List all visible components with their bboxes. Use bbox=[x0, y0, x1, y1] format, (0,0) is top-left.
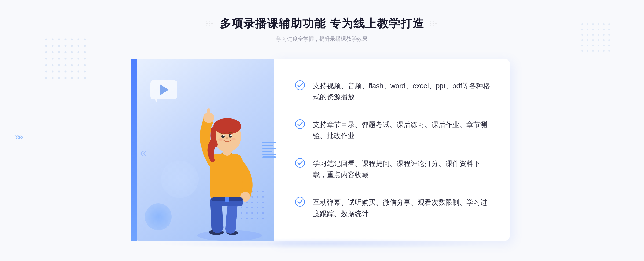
check-icon-2 bbox=[295, 119, 305, 129]
check-icon-3 bbox=[295, 158, 305, 168]
feature-item-4: 互动弹幕、试听购买、微信分享、观看次数限制、学习进度跟踪、数据统计 bbox=[295, 192, 491, 225]
svg-point-97 bbox=[65, 58, 67, 60]
svg-point-139 bbox=[608, 34, 610, 36]
svg-point-81 bbox=[52, 45, 54, 47]
svg-point-112 bbox=[71, 71, 73, 73]
svg-point-151 bbox=[608, 45, 610, 46]
play-button-icon bbox=[150, 80, 177, 102]
svg-point-8 bbox=[433, 23, 434, 24]
feature-text-1: 支持视频、音频、flash、word、excel、ppt、pdf等各种格式的资源… bbox=[313, 80, 491, 103]
illustration-panel: « bbox=[134, 59, 274, 241]
svg-point-115 bbox=[45, 77, 47, 79]
svg-point-148 bbox=[592, 45, 594, 46]
svg-point-146 bbox=[581, 45, 583, 46]
svg-point-4 bbox=[209, 21, 210, 22]
svg-point-79 bbox=[84, 39, 86, 40]
svg-point-136 bbox=[592, 34, 594, 36]
svg-point-82 bbox=[58, 45, 60, 47]
svg-point-13 bbox=[433, 25, 434, 26]
svg-point-78 bbox=[78, 39, 79, 40]
check-icon-1 bbox=[295, 80, 305, 90]
svg-point-114 bbox=[84, 71, 86, 73]
svg-point-120 bbox=[78, 77, 79, 79]
svg-point-116 bbox=[52, 77, 54, 79]
svg-point-94 bbox=[45, 58, 47, 60]
svg-point-2 bbox=[211, 23, 213, 24]
svg-point-105 bbox=[71, 64, 73, 66]
svg-point-77 bbox=[71, 39, 73, 40]
svg-point-111 bbox=[65, 71, 67, 73]
svg-point-157 bbox=[608, 50, 610, 52]
svg-point-132 bbox=[603, 29, 605, 30]
feature-text-2: 支持章节目录、弹题考试、课后练习、课后作业、章节测验、批改作业 bbox=[313, 119, 491, 141]
person-illustration bbox=[187, 83, 273, 241]
svg-point-140 bbox=[581, 39, 583, 41]
svg-point-131 bbox=[598, 29, 599, 30]
svg-point-156 bbox=[603, 50, 605, 52]
svg-point-142 bbox=[592, 39, 594, 41]
svg-point-100 bbox=[84, 58, 86, 60]
svg-point-12 bbox=[430, 25, 431, 26]
svg-point-84 bbox=[71, 45, 73, 47]
svg-point-104 bbox=[65, 64, 67, 66]
bg-dot-grid-left bbox=[43, 36, 91, 85]
svg-point-119 bbox=[71, 77, 73, 79]
stripe-decoration bbox=[262, 142, 276, 158]
right-decoration bbox=[430, 21, 438, 26]
svg-point-103 bbox=[58, 64, 60, 66]
svg-rect-71 bbox=[225, 197, 229, 202]
svg-point-0 bbox=[206, 23, 208, 24]
page-subtitle: 学习进度全掌握，提升录播课教学效果 bbox=[206, 35, 438, 43]
svg-point-9 bbox=[435, 23, 437, 24]
svg-point-143 bbox=[598, 39, 599, 41]
svg-point-10 bbox=[430, 21, 431, 22]
feature-text-3: 学习笔记回看、课程提问、课程评论打分、课件资料下载，重点内容收藏 bbox=[313, 158, 491, 180]
feature-item-2: 支持章节目录、弹题考试、课后练习、课后作业、章节测验、批改作业 bbox=[295, 114, 491, 147]
svg-point-102 bbox=[52, 64, 54, 66]
svg-point-135 bbox=[587, 34, 588, 36]
svg-point-66 bbox=[218, 138, 223, 141]
svg-point-74 bbox=[52, 39, 54, 40]
svg-point-75 bbox=[58, 39, 60, 40]
feature-item-1: 支持视频、音频、flash、word、excel、ppt、pdf等各种格式的资源… bbox=[295, 75, 491, 108]
svg-point-92 bbox=[78, 51, 79, 53]
features-panel: 支持视频、音频、flash、word、excel、ppt、pdf等各种格式的资源… bbox=[274, 59, 510, 241]
svg-point-6 bbox=[209, 25, 210, 26]
svg-point-124 bbox=[592, 23, 594, 25]
svg-point-129 bbox=[587, 29, 588, 30]
svg-point-88 bbox=[52, 51, 54, 53]
svg-point-153 bbox=[587, 50, 588, 52]
svg-point-65 bbox=[230, 135, 232, 136]
main-content: « 支持视频、音频、flash、word、excel、ppt、pdf等各种格式的… bbox=[134, 59, 510, 241]
svg-point-1 bbox=[209, 23, 210, 24]
svg-point-101 bbox=[45, 64, 47, 66]
svg-point-144 bbox=[603, 39, 605, 41]
svg-point-117 bbox=[58, 77, 60, 79]
svg-point-80 bbox=[45, 45, 47, 47]
svg-point-93 bbox=[84, 51, 86, 53]
svg-point-73 bbox=[45, 39, 47, 40]
title-row: 多项录播课辅助功能 专为线上教学打造 bbox=[206, 16, 438, 31]
svg-point-130 bbox=[592, 29, 594, 30]
svg-point-138 bbox=[603, 34, 605, 36]
svg-point-150 bbox=[603, 45, 605, 46]
svg-point-89 bbox=[58, 51, 60, 53]
page-container: »» 多项录播课辅助功能 专为线上教学打造 bbox=[0, 0, 644, 261]
svg-point-86 bbox=[84, 45, 86, 47]
header-section: 多项录播课辅助功能 专为线上教学打造 学习进度全掌握，提升录播课教学效果 bbox=[206, 16, 438, 43]
svg-point-110 bbox=[58, 71, 60, 73]
svg-point-106 bbox=[78, 64, 79, 66]
svg-point-83 bbox=[65, 45, 67, 47]
svg-point-149 bbox=[598, 45, 599, 46]
svg-rect-57 bbox=[207, 108, 210, 118]
feature-text-4: 互动弹幕、试听购买、微信分享、观看次数限制、学习进度跟踪、数据统计 bbox=[313, 197, 491, 219]
svg-point-11 bbox=[433, 21, 434, 22]
svg-point-145 bbox=[608, 39, 610, 41]
svg-point-122 bbox=[581, 23, 583, 25]
svg-point-147 bbox=[587, 45, 588, 46]
svg-point-123 bbox=[587, 23, 588, 25]
svg-point-90 bbox=[65, 51, 67, 53]
bg-dot-grid-right bbox=[580, 21, 612, 55]
feature-item-3: 学习笔记回看、课程提问、课程评论打分、课件资料下载，重点内容收藏 bbox=[295, 153, 491, 186]
svg-point-96 bbox=[58, 58, 60, 60]
